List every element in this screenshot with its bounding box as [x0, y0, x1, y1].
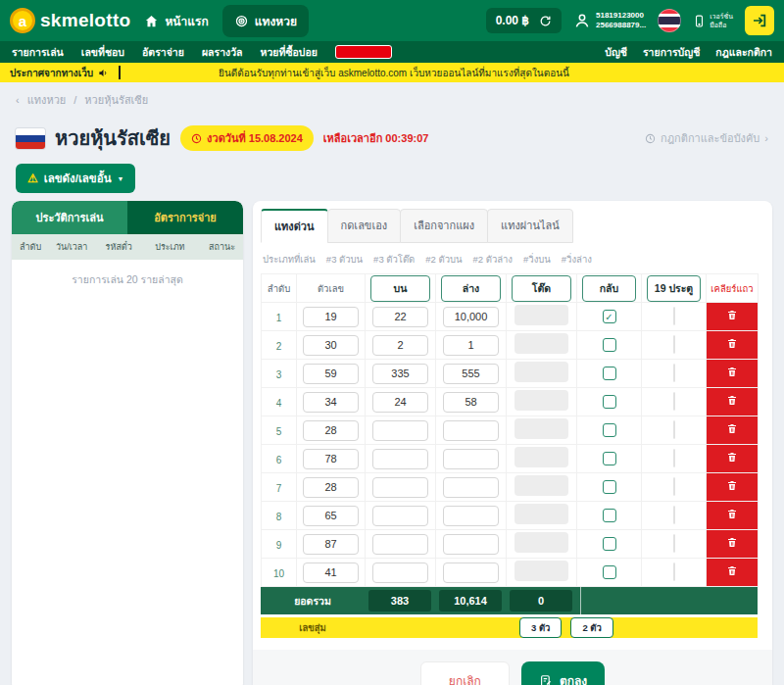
menu-payout-rates[interactable]: อัตราจ่าย [142, 44, 184, 61]
delete-row-button[interactable] [707, 445, 759, 473]
tab-choose-from-board[interactable]: เลือกจากแผง [400, 209, 488, 243]
flip-checkbox[interactable] [603, 565, 616, 579]
top-amount-input[interactable] [372, 506, 428, 526]
top-bar: a skmelotto หน้าแรก แทงหวย 0.00 ฿ 518191… [0, 0, 784, 41]
bottom-amount-input[interactable] [443, 563, 499, 583]
thai-flag-icon[interactable] [658, 9, 681, 32]
number-input[interactable] [303, 506, 359, 526]
col-19doors-button[interactable]: 19 ประตู [647, 275, 702, 302]
flip-checkbox[interactable] [603, 480, 616, 494]
nav-bet[interactable]: แทงหวย [222, 5, 309, 37]
promo-badge[interactable] [335, 45, 392, 59]
flip-checkbox[interactable] [603, 537, 616, 551]
flip-checkbox[interactable] [603, 367, 616, 380]
top-amount-input[interactable] [372, 477, 428, 498]
delete-row-button[interactable] [707, 360, 759, 388]
row-index: 5 [276, 426, 282, 437]
delete-row-button[interactable] [707, 303, 759, 331]
flip-checkbox[interactable] [603, 509, 616, 522]
top-amount-input[interactable] [372, 307, 428, 327]
bottom-amount-input[interactable] [443, 392, 499, 413]
confirm-button[interactable]: ตกลง [521, 661, 605, 685]
flip-checkbox[interactable] [603, 452, 616, 465]
number-input[interactable] [303, 392, 359, 413]
menu-frequent-lottery[interactable]: หวยที่ซื้อบ่อย [261, 44, 318, 61]
19doors-checkbox [673, 449, 675, 467]
note-icon [539, 674, 553, 685]
tab-pick-numbers[interactable]: กดเลขเอง [327, 209, 402, 243]
clock-icon [645, 133, 656, 144]
delete-row-button[interactable] [707, 416, 759, 445]
col-top-button[interactable]: บน [370, 275, 430, 302]
top-amount-input[interactable] [372, 534, 428, 555]
row-index: 9 [276, 540, 282, 551]
menu-play-list[interactable]: รายการเล่น [12, 44, 64, 61]
top-amount-input[interactable] [372, 420, 428, 441]
bottom-amount-input[interactable] [443, 506, 499, 526]
menu-results[interactable]: ผลรางวัล [202, 44, 243, 61]
col-bottom-button[interactable]: ล่าง [441, 275, 501, 302]
menu-rules[interactable]: กฎและกติกา [715, 44, 772, 61]
col-tode-button[interactable]: โต๊ด [512, 275, 571, 302]
delete-row-button[interactable] [707, 473, 759, 502]
number-input[interactable] [303, 307, 359, 327]
back-chevron-icon[interactable]: ‹ [16, 94, 20, 106]
rules-link[interactable]: กฎกติกาและข้อบังคับ › [645, 129, 768, 147]
bottom-amount-input[interactable] [443, 477, 499, 498]
bet-table-header-row: ลำดับ ตัวเลข บน ล่าง โต๊ด กลับ 19 ประตู … [262, 274, 759, 303]
menu-account[interactable]: บัญชี [605, 44, 627, 61]
number-input[interactable] [303, 534, 359, 555]
hot-numbers-button[interactable]: ⚠ เลขดัง/เลขอั้น ▼ [16, 164, 135, 193]
number-input[interactable] [303, 364, 359, 384]
flip-checkbox[interactable] [603, 338, 616, 352]
breadcrumb-parent[interactable]: แทงหวย [27, 91, 67, 109]
delete-row-button[interactable] [707, 331, 759, 360]
bottom-amount-input[interactable] [443, 534, 499, 555]
top-amount-input[interactable] [372, 335, 428, 356]
bottom-amount-input[interactable] [443, 364, 499, 384]
user-account[interactable]: 51819123000 2566988879... [573, 11, 646, 30]
number-input[interactable] [303, 420, 359, 441]
number-input[interactable] [303, 449, 359, 469]
col-flip-button[interactable]: กลับ [582, 275, 637, 302]
play-type-tag: #วิ่งบน [523, 252, 551, 267]
cancel-button[interactable]: ยกเลิก [420, 661, 510, 685]
russia-flag-icon [16, 128, 45, 149]
menu-favorite-numbers[interactable]: เลขที่ชอบ [81, 44, 124, 61]
top-amount-input[interactable] [372, 449, 428, 469]
19doors-checkbox [673, 534, 675, 553]
delete-row-button[interactable] [707, 502, 759, 530]
menu-account-history[interactable]: รายการบัญชี [643, 44, 700, 61]
tab-payout-rate[interactable]: อัตราการจ่าย [127, 201, 243, 234]
number-input[interactable] [303, 335, 359, 356]
flip-checkbox[interactable]: ✓ [603, 310, 616, 323]
mobile-version-toggle[interactable]: เวอร์ชั่น มือถือ [693, 12, 733, 29]
number-input[interactable] [303, 563, 359, 583]
top-amount-input[interactable] [372, 364, 428, 384]
bottom-amount-input[interactable] [443, 307, 499, 327]
flip-checkbox[interactable] [603, 395, 616, 409]
delete-row-button[interactable] [707, 530, 759, 559]
col-clear-header: เคลียร์แถว [707, 274, 759, 303]
random-2digit-button[interactable]: 2 ตัว [570, 617, 612, 638]
random-3digit-button[interactable]: 3 ตัว [519, 617, 562, 638]
top-amount-input[interactable] [372, 563, 428, 583]
bottom-amount-input[interactable] [443, 449, 499, 469]
refresh-icon[interactable] [539, 15, 552, 27]
bottom-amount-input[interactable] [443, 335, 499, 356]
tab-bet-via-line[interactable]: แทงผ่านไลน์ [487, 209, 573, 243]
logout-button[interactable] [745, 6, 774, 35]
tab-quick-bet[interactable]: แทงด่วน [261, 209, 328, 243]
bet-table: ลำดับ ตัวเลข บน ล่าง โต๊ด กลับ 19 ประตู … [261, 273, 759, 587]
site-logo[interactable]: a skmelotto [10, 8, 130, 33]
logo-icon: a [10, 8, 35, 33]
delete-row-button[interactable] [707, 388, 759, 416]
bottom-amount-input[interactable] [443, 420, 499, 441]
number-input[interactable] [303, 477, 359, 498]
nav-home[interactable]: หน้าแรก [144, 12, 208, 30]
top-amount-input[interactable] [372, 392, 428, 413]
flip-checkbox[interactable] [603, 423, 616, 437]
user-icon [573, 12, 591, 29]
delete-row-button[interactable] [707, 559, 759, 587]
tab-play-history[interactable]: ประวัติการเล่น [12, 201, 127, 234]
